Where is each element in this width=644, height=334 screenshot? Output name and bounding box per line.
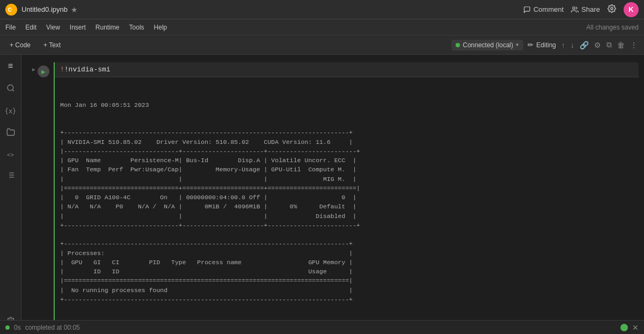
menu-edit[interactable]: Edit — [25, 24, 36, 31]
link-icon[interactable]: 🔗 — [579, 40, 590, 50]
sidebar-search-icon[interactable] — [4, 82, 17, 97]
settings-icon[interactable]: ⚙ — [593, 40, 602, 50]
status-circle — [620, 324, 628, 331]
connected-button[interactable]: Connected (local) ▾ — [451, 40, 523, 50]
menu-view[interactable]: View — [46, 24, 60, 31]
user-avatar[interactable]: K — [624, 2, 639, 17]
sidebar-variables-icon[interactable]: {x} — [3, 105, 19, 117]
menu-file[interactable]: File — [5, 24, 16, 31]
cell-body: !!nvidia-smi Mon Jan 16 00:05:51 2023 +-… — [54, 62, 639, 327]
delete-icon[interactable]: 🗑 — [616, 40, 626, 50]
top-bar: Untitled0.ipynb ★ Comment Share K — [0, 0, 644, 19]
cell-input-text: !nvidia-smi — [64, 66, 111, 74]
sidebar-files-icon[interactable] — [4, 126, 17, 141]
sidebar-menu-icon[interactable]: ≡ — [6, 59, 15, 73]
colab-logo — [5, 4, 17, 16]
menu-runtime[interactable]: Runtime — [96, 24, 120, 31]
sidebar-code-icon[interactable]: <> — [5, 149, 16, 160]
status-close-icon[interactable]: ✕ — [632, 323, 639, 332]
top-bar-right: Comment Share K — [523, 2, 639, 17]
add-text-label: + Text — [43, 41, 61, 49]
down-arrow-icon[interactable]: ↓ — [569, 40, 575, 50]
sidebar-list-icon[interactable] — [4, 169, 17, 184]
up-arrow-icon[interactable]: ↑ — [560, 40, 566, 50]
run-button[interactable]: ▶ — [38, 66, 49, 77]
svg-point-3 — [611, 8, 613, 10]
output-timestamp: Mon Jan 16 00:05:51 2023 — [60, 100, 633, 110]
comment-button[interactable]: Comment — [523, 5, 564, 13]
editing-button[interactable]: ✏ Editing — [528, 41, 556, 49]
cell-input[interactable]: !!nvidia-smi — [55, 62, 639, 77]
svg-point-4 — [8, 85, 13, 91]
copy-icon[interactable]: ⧉ — [605, 39, 613, 50]
cell-output: Mon Jan 16 00:05:51 2023 +--------------… — [55, 77, 639, 327]
menu-bar: File Edit View Insert Runtime Tools Help… — [0, 19, 644, 35]
share-button[interactable]: Share — [571, 5, 600, 13]
status-right: ✕ — [620, 323, 639, 332]
settings-icon[interactable] — [608, 4, 616, 15]
pencil-icon: ✏ — [528, 41, 533, 49]
cell-0: ▸ ▶ !!nvidia-smi Mon Jan 16 00:05:51 202… — [27, 62, 639, 327]
status-dot — [5, 325, 10, 330]
svg-line-5 — [12, 90, 14, 91]
add-code-label: + Code — [10, 41, 31, 49]
more-icon[interactable]: ⋮ — [629, 40, 639, 50]
toolbar: + Code + Text Connected (local) ▾ ✏ Edit… — [0, 35, 644, 55]
cell-command: ! — [60, 66, 64, 74]
svg-point-2 — [573, 6, 575, 9]
share-label: Share — [581, 5, 600, 13]
menu-tools[interactable]: Tools — [129, 24, 144, 31]
toolbar-right: Connected (local) ▾ ✏ Editing ↑ ↓ 🔗 ⚙ ⧉ … — [451, 39, 639, 50]
cell-collapse-icon[interactable]: ▸ — [32, 66, 35, 73]
save-status: All changes saved — [587, 24, 639, 31]
sidebar: ≡ {x} <> — [0, 55, 21, 334]
notebook-area: ▸ ▶ !!nvidia-smi Mon Jan 16 00:05:51 202… — [21, 55, 644, 334]
chevron-down-icon: ▾ — [516, 41, 519, 48]
menu-insert[interactable]: Insert — [70, 24, 86, 31]
star-icon[interactable]: ★ — [71, 5, 78, 14]
status-completed: completed at 00:05 — [25, 324, 80, 331]
cell-gutter: ▸ ▶ — [27, 62, 54, 77]
main-layout: ≡ {x} <> — [0, 55, 644, 334]
menu-help[interactable]: Help — [154, 24, 167, 31]
output-content: +---------------------------------------… — [60, 128, 633, 304]
toolbar-left: + Code + Text — [5, 40, 65, 50]
notebook-title[interactable]: Untitled0.ipynb — [21, 5, 68, 13]
connected-indicator — [456, 43, 460, 47]
toolbar-icons: ↑ ↓ 🔗 ⚙ ⧉ 🗑 ⋮ — [560, 39, 639, 50]
comment-label: Comment — [533, 5, 564, 13]
connected-label: Connected (local) — [463, 41, 513, 49]
status-timing: 0s — [14, 324, 21, 331]
editing-label: Editing — [536, 41, 556, 49]
user-initial: K — [628, 5, 633, 13]
status-bar: 0s completed at 00:05 ✕ — [0, 320, 644, 334]
add-text-button[interactable]: + Text — [39, 40, 65, 50]
add-code-button[interactable]: + Code — [5, 40, 35, 50]
